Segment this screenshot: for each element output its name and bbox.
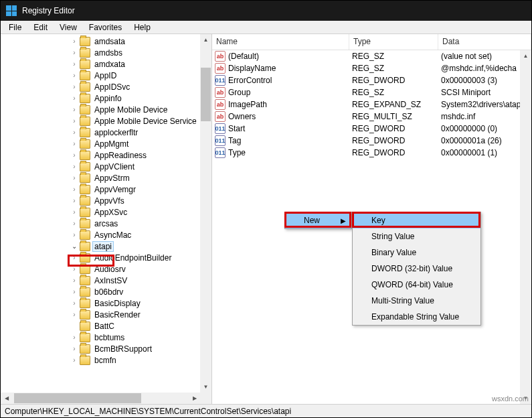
chevron-right-icon[interactable]: › [70, 265, 78, 273]
scroll-down-icon[interactable]: ▼ [200, 381, 211, 393]
submenu-item[interactable]: DWORD (32-bit) Value [353, 261, 480, 277]
scroll-up-icon[interactable]: ▲ [200, 34, 211, 46]
chevron-right-icon[interactable]: › [70, 49, 78, 56]
menu-file[interactable]: File [3, 21, 27, 33]
list-row[interactable]: abImagePathREG_EXPAND_SZSystem32\drivers… [212, 98, 531, 111]
list-row[interactable]: 011StartREG_DWORD0x00000000 (0) [212, 123, 531, 135]
chevron-right-icon[interactable]: › [70, 299, 78, 307]
tree-item[interactable]: ›applockerfltr [1, 127, 211, 138]
list-row[interactable]: 011TypeREG_DWORD0x00000001 (1) [212, 147, 531, 159]
list-row[interactable]: abGroupREG_SZSCSI Miniport [212, 86, 531, 98]
submenu-item[interactable]: QWORD (64-bit) Value [353, 277, 480, 293]
chevron-right-icon[interactable]: › [70, 83, 78, 90]
scroll-right-icon[interactable]: ▶ [189, 393, 200, 404]
context-new[interactable]: New ▶ [285, 212, 351, 228]
tree-item[interactable]: ›AppID [1, 70, 211, 81]
tree-item[interactable]: BattC [1, 320, 211, 332]
tree-item[interactable]: ›Apple Mobile Device Service [1, 115, 211, 127]
chevron-right-icon[interactable]: › [70, 254, 78, 261]
tree-item[interactable]: ›amdsata [1, 36, 211, 47]
chevron-right-icon[interactable]: › [70, 129, 78, 136]
binary-value-icon: 011 [215, 135, 226, 146]
tree-item[interactable]: ›BcmBtRSupport [1, 343, 211, 354]
chevron-right-icon[interactable]: › [70, 186, 78, 193]
tree-item[interactable]: ›Audiosrv [1, 263, 211, 275]
folder-icon [80, 287, 90, 297]
chevron-right-icon[interactable]: › [70, 231, 78, 238]
tree-item[interactable]: ›BasicDisplay [1, 297, 211, 309]
list-row[interactable]: 011TagREG_DWORD0x0000001a (26) [212, 135, 531, 147]
chevron-right-icon[interactable]: › [70, 38, 78, 45]
tree-item[interactable]: ›Appinfo [1, 92, 211, 104]
chevron-right-icon[interactable]: › [70, 311, 78, 318]
list-row[interactable]: abOwnersREG_MULTI_SZmshdc.inf [212, 111, 531, 123]
chevron-right-icon[interactable]: › [70, 345, 78, 352]
menu-help[interactable]: Help [128, 21, 156, 33]
column-data[interactable]: Data [438, 34, 531, 50]
chevron-right-icon[interactable]: › [70, 60, 78, 68]
tree-item[interactable]: ›AudioEndpointBuilder [1, 252, 211, 263]
tree-item[interactable]: ›b06bdrv [1, 286, 211, 297]
tree-item[interactable]: ›AppMgmt [1, 138, 211, 149]
tree-item[interactable]: ⌄atapi [1, 240, 211, 252]
tree-scrollbar-vertical[interactable]: ▲ ▼ [200, 34, 211, 393]
list-row[interactable]: abDisplayNameREG_SZ@mshdc.inf,%idecha [212, 62, 531, 74]
tree-item[interactable]: ›bcbtums [1, 332, 211, 343]
column-name[interactable]: Name [212, 34, 349, 50]
tree-item-label: AppvVfs [93, 196, 126, 206]
tree-item[interactable]: ›bcmfn [1, 354, 211, 366]
tree-scrollbar-horizontal[interactable]: ◀ ▶ [1, 393, 200, 404]
string-value-icon: ab [215, 87, 226, 98]
tree-item[interactable]: ›AsyncMac [1, 229, 211, 240]
scroll-left-icon[interactable]: ◀ [1, 393, 12, 404]
submenu-item[interactable]: String Value [353, 228, 480, 245]
chevron-right-icon[interactable]: › [70, 72, 78, 79]
chevron-right-icon[interactable]: › [70, 94, 78, 102]
chevron-right-icon[interactable]: › [70, 174, 78, 182]
chevron-down-icon[interactable]: ⌄ [70, 242, 78, 250]
submenu-item[interactable]: Binary Value [353, 245, 480, 261]
tree-item[interactable]: ›AxInstSV [1, 275, 211, 286]
submenu-arrow-icon: ▶ [341, 217, 346, 224]
tree-item[interactable]: ›AppvVemgr [1, 184, 211, 195]
folder-icon [80, 196, 90, 206]
column-type[interactable]: Type [349, 34, 438, 50]
list-row[interactable]: 011ErrorControlREG_DWORD0x00000003 (3) [212, 74, 531, 86]
menu-view[interactable]: View [54, 21, 82, 33]
chevron-right-icon[interactable]: › [70, 277, 78, 284]
scroll-up-icon[interactable]: ▲ [520, 50, 531, 62]
chevron-right-icon[interactable]: › [70, 117, 78, 125]
tree-item[interactable]: ›AppXSvc [1, 206, 211, 218]
chevron-right-icon[interactable]: › [70, 220, 78, 227]
chevron-right-icon[interactable]: › [70, 140, 78, 147]
tree-item[interactable]: ›amdsbs [1, 47, 211, 58]
chevron-right-icon[interactable]: › [70, 163, 78, 170]
list-row[interactable]: ab(Default)REG_SZ(value not set) [212, 50, 531, 62]
scroll-thumb[interactable] [14, 393, 141, 403]
menu-favorites[interactable]: Favorites [84, 21, 127, 33]
tree-item[interactable]: ›AppvStrm [1, 172, 211, 184]
chevron-right-icon[interactable]: › [70, 197, 78, 204]
tree-item[interactable]: ›arcsas [1, 218, 211, 229]
chevron-right-icon[interactable]: › [70, 356, 78, 364]
tree-item[interactable]: ›BasicRender [1, 309, 211, 320]
submenu-item[interactable]: Key [353, 212, 480, 228]
tree-item[interactable]: ›Apple Mobile Device [1, 104, 211, 115]
tree-item[interactable]: ›amdxata [1, 58, 211, 70]
tree-pane: ›amdsata›amdsbs›amdxata›AppID›AppIDSvc›A… [1, 34, 212, 404]
submenu-item[interactable]: Multi-String Value [353, 293, 480, 309]
submenu-item[interactable]: Expandable String Value [353, 309, 480, 325]
tree-item[interactable]: ›AppIDSvc [1, 81, 211, 92]
folder-icon [80, 48, 90, 58]
menu-edit[interactable]: Edit [28, 21, 53, 33]
tree-item[interactable]: ›AppVClient [1, 161, 211, 172]
chevron-right-icon[interactable]: › [70, 151, 78, 159]
chevron-right-icon[interactable]: › [70, 208, 78, 216]
chevron-right-icon[interactable]: › [70, 106, 78, 113]
list-scrollbar-vertical[interactable]: ▲ ▼ [520, 50, 531, 404]
scroll-thumb[interactable] [201, 68, 211, 121]
tree-item[interactable]: ›AppReadiness [1, 149, 211, 161]
chevron-right-icon[interactable]: › [70, 334, 78, 341]
tree-item[interactable]: ›AppvVfs [1, 195, 211, 206]
chevron-right-icon[interactable]: › [70, 288, 78, 295]
